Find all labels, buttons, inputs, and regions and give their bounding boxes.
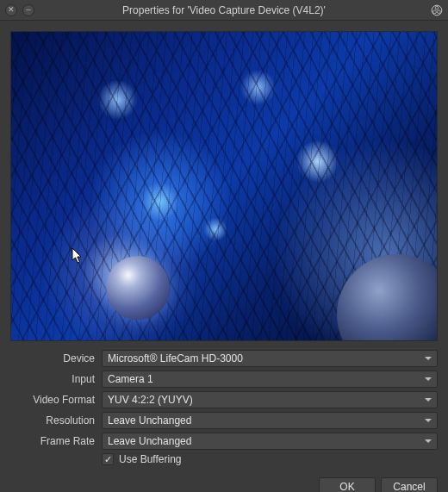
obs-icon	[431, 4, 443, 16]
resolution-select[interactable]: Leave Unchanged	[102, 412, 438, 429]
frame-rate-value: Leave Unchanged	[108, 435, 191, 447]
svg-point-1	[435, 6, 439, 9]
chevron-down-icon	[425, 377, 432, 381]
device-row: Device Microsoft® LifeCam HD-3000	[10, 350, 438, 367]
device-label: Device	[10, 352, 96, 364]
dialog-content: Device Microsoft® LifeCam HD-3000 Input …	[0, 21, 448, 492]
frame-rate-row: Frame Rate Leave Unchanged	[10, 433, 438, 450]
video-format-select[interactable]: YUV 4:2:2 (YUYV)	[102, 391, 438, 408]
use-buffering-checkbox[interactable]: ✓	[102, 453, 114, 465]
video-format-row: Video Format YUV 4:2:2 (YUYV)	[10, 391, 438, 408]
titlebar-right-icons	[431, 4, 443, 16]
window-title: Properties for 'Video Capture Device (V4…	[0, 4, 448, 16]
chevron-down-icon	[425, 419, 432, 422]
close-icon[interactable]: ✕	[5, 4, 17, 16]
use-buffering-row: ✓ Use Buffering	[10, 453, 438, 465]
device-value: Microsoft® LifeCam HD-3000	[108, 352, 243, 364]
input-label: Input	[10, 373, 96, 385]
properties-form: Device Microsoft® LifeCam HD-3000 Input …	[10, 350, 438, 465]
resolution-value: Leave Unchanged	[108, 414, 191, 427]
input-row: Input Camera 1	[10, 371, 438, 388]
svg-point-2	[433, 9, 437, 13]
dialog-footer: OK Cancel	[10, 477, 438, 492]
minimize-icon[interactable]: –	[22, 4, 34, 16]
video-format-label: Video Format	[10, 394, 96, 406]
input-value: Camera 1	[108, 373, 153, 385]
preview-ornament	[106, 256, 170, 320]
svg-point-3	[438, 9, 441, 13]
video-preview	[10, 31, 438, 341]
chevron-down-icon	[425, 357, 432, 360]
chevron-down-icon	[425, 398, 432, 402]
use-buffering-label[interactable]: Use Buffering	[119, 453, 182, 465]
frame-rate-label: Frame Rate	[10, 435, 96, 447]
window-controls: ✕ –	[5, 4, 34, 16]
ok-button[interactable]: OK	[319, 477, 376, 492]
chevron-down-icon	[425, 439, 432, 443]
frame-rate-select[interactable]: Leave Unchanged	[102, 433, 438, 450]
input-select[interactable]: Camera 1	[102, 371, 438, 388]
resolution-row: Resolution Leave Unchanged	[10, 412, 438, 429]
video-format-value: YUV 4:2:2 (YUYV)	[108, 394, 193, 406]
svg-point-0	[432, 5, 442, 16]
cancel-button[interactable]: Cancel	[381, 477, 438, 492]
device-select[interactable]: Microsoft® LifeCam HD-3000	[102, 350, 438, 367]
resolution-label: Resolution	[10, 414, 96, 427]
titlebar: ✕ – Properties for 'Video Capture Device…	[0, 0, 448, 21]
